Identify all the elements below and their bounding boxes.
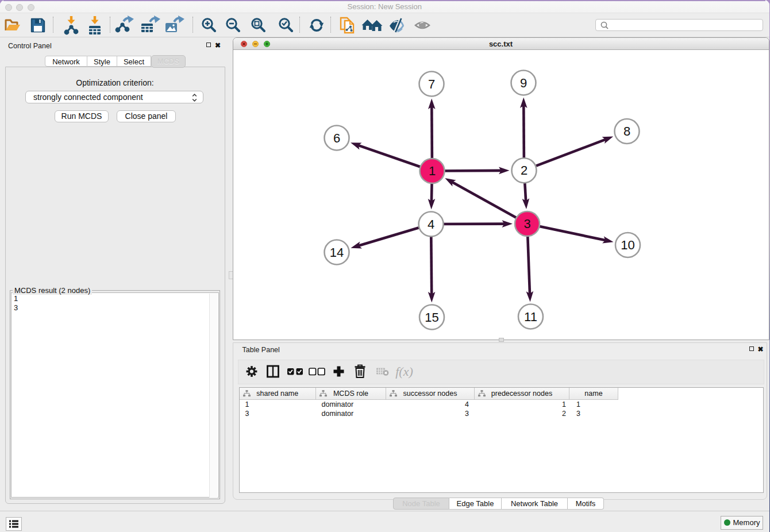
svg-text:6: 6 — [333, 131, 340, 145]
svg-text:8: 8 — [623, 124, 630, 138]
svg-text:11: 11 — [524, 310, 537, 324]
svg-text:2: 2 — [520, 163, 527, 178]
svg-text:3: 3 — [523, 217, 530, 231]
svg-text:f(x): f(x) — [395, 364, 413, 379]
svg-text:15: 15 — [425, 310, 438, 325]
svg-text:1: 1 — [428, 164, 435, 178]
svg-text:10: 10 — [621, 238, 634, 252]
svg-text:9: 9 — [519, 76, 526, 90]
svg-text:14: 14 — [329, 245, 343, 260]
svg-text:7: 7 — [428, 77, 434, 91]
svg-text:4: 4 — [427, 217, 434, 232]
